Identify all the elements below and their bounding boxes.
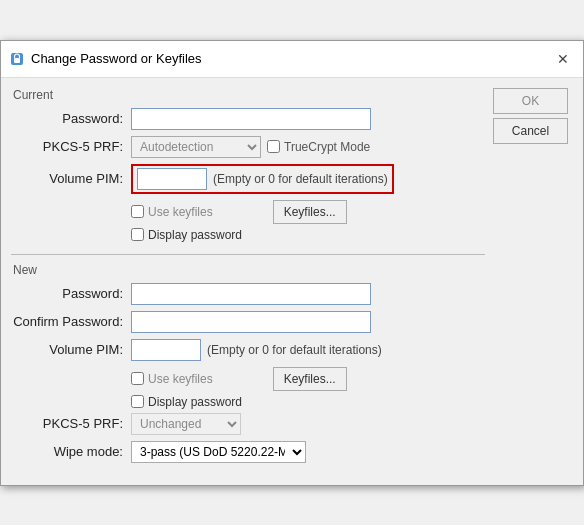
confirm-password-input[interactable] — [131, 311, 371, 333]
wipe-mode-select[interactable]: 3-pass (US DoD 5220.22-M) — [131, 441, 306, 463]
section-separator — [11, 254, 485, 255]
confirm-password-row: Confirm Password: — [11, 311, 485, 333]
pim-highlight-box: (Empty or 0 for default iterations) — [131, 164, 394, 194]
title-bar: Change Password or Keyfiles ✕ — [1, 41, 583, 78]
current-pkcs-select[interactable]: Autodetection — [131, 136, 261, 158]
current-pim-hint: (Empty or 0 for default iterations) — [213, 172, 388, 186]
truecrypt-row: TrueCrypt Mode — [267, 140, 370, 154]
current-password-label: Password: — [11, 111, 131, 126]
ok-button[interactable]: OK — [493, 88, 568, 114]
truecrypt-checkbox[interactable] — [267, 140, 280, 153]
confirm-password-label: Confirm Password: — [11, 314, 131, 329]
new-section: New Password: Confirm Password: Volume P… — [11, 263, 485, 463]
current-pim-label: Volume PIM: — [11, 171, 131, 186]
current-display-password-label: Display password — [148, 228, 242, 242]
new-pkcs-select[interactable]: Unchanged — [131, 413, 241, 435]
current-pkcs-label: PKCS-5 PRF: — [11, 139, 131, 154]
new-password-row: Password: — [11, 283, 485, 305]
app-icon — [9, 51, 25, 67]
svg-rect-1 — [14, 58, 20, 63]
current-pim-input[interactable] — [137, 168, 207, 190]
current-password-input[interactable] — [131, 108, 371, 130]
new-keyfiles-button[interactable]: Keyfiles... — [273, 367, 347, 391]
new-pim-label: Volume PIM: — [11, 342, 131, 357]
wipe-mode-row: Wipe mode: 3-pass (US DoD 5220.22-M) — [11, 441, 485, 463]
current-section: Current Password: PKCS-5 PRF: Autodetect… — [11, 88, 485, 242]
current-display-password-row: Display password — [131, 228, 485, 242]
new-display-password-checkbox[interactable] — [131, 395, 144, 408]
current-use-keyfiles-label: Use keyfiles — [148, 205, 213, 219]
cancel-button[interactable]: Cancel — [493, 118, 568, 144]
new-use-keyfiles-checkbox[interactable] — [131, 372, 144, 385]
dialog-content: Current Password: PKCS-5 PRF: Autodetect… — [1, 78, 583, 485]
current-password-row: Password: — [11, 108, 485, 130]
new-password-label: Password: — [11, 286, 131, 301]
side-buttons: OK Cancel — [493, 88, 573, 475]
close-button[interactable]: ✕ — [551, 47, 575, 71]
current-pim-row: Volume PIM: (Empty or 0 for default iter… — [11, 164, 485, 194]
new-pim-hint: (Empty or 0 for default iterations) — [207, 343, 382, 357]
wipe-mode-label: Wipe mode: — [11, 444, 131, 459]
current-display-password-checkbox[interactable] — [131, 228, 144, 241]
new-display-password-label: Display password — [148, 395, 242, 409]
new-pkcs-row: PKCS-5 PRF: Unchanged — [11, 413, 485, 435]
dialog-window: Change Password or Keyfiles ✕ Current Pa… — [0, 40, 584, 486]
new-pkcs-label: PKCS-5 PRF: — [11, 416, 131, 431]
current-pkcs-row: PKCS-5 PRF: Autodetection TrueCrypt Mode — [11, 136, 485, 158]
new-keyfiles-row: Use keyfiles Keyfiles... — [131, 367, 485, 391]
main-area: Current Password: PKCS-5 PRF: Autodetect… — [11, 88, 493, 475]
truecrypt-label: TrueCrypt Mode — [284, 140, 370, 154]
current-keyfiles-row: Use keyfiles Keyfiles... — [131, 200, 485, 224]
new-display-password-row: Display password — [131, 395, 485, 409]
current-use-keyfiles-checkbox[interactable] — [131, 205, 144, 218]
dialog-title: Change Password or Keyfiles — [31, 51, 551, 66]
current-keyfiles-button[interactable]: Keyfiles... — [273, 200, 347, 224]
new-pim-row: Volume PIM: (Empty or 0 for default iter… — [11, 339, 485, 361]
new-pim-input[interactable] — [131, 339, 201, 361]
current-section-label: Current — [13, 88, 485, 102]
new-section-label: New — [13, 263, 485, 277]
new-use-keyfiles-label: Use keyfiles — [148, 372, 213, 386]
new-password-input[interactable] — [131, 283, 371, 305]
